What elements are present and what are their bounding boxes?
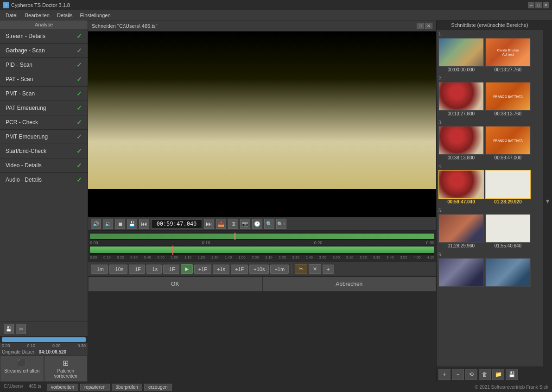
sidebar-item-pmt-erneuerung[interactable]: PMT Erneuerung ✓ (0, 130, 88, 144)
cut-window-restore-btn[interactable]: □ (417, 23, 424, 29)
cut-thumb-6-end[interactable] (485, 258, 531, 287)
sidebar-item-start-end-check[interactable]: Start/End-Check ✓ (0, 144, 88, 158)
cut-entry-1: 1. 00:00:00.000 Canta BruméAd text (438, 32, 541, 72)
video-frame (88, 32, 436, 189)
cut-icon-btn[interactable]: ✂ (16, 324, 26, 334)
app-title: Cypheros TS Doctor 3.1.8 (11, 2, 70, 8)
remove-cut-btn[interactable]: − (452, 369, 464, 380)
minus-1m-btn[interactable]: -1m (91, 265, 108, 274)
sidebar-item-pmt-scan[interactable]: PMT - Scan ✓ (0, 87, 88, 101)
refresh-cut-btn[interactable]: ⟲ (465, 369, 477, 380)
cut-thumb-6-start[interactable] (438, 258, 484, 287)
menu-einstellungen[interactable]: Einstellungen (76, 12, 114, 19)
menu-bearbeiten[interactable]: Bearbeiten (21, 12, 53, 19)
menu-details[interactable]: Details (53, 12, 76, 19)
check-pmt-erneuerung: ✓ (76, 133, 82, 140)
cut-thumb-3-end[interactable]: FRANCO BATTIATA (485, 126, 531, 155)
separator (292, 265, 292, 274)
cut-thumb-2-end[interactable]: FRANCO BATTIATA (485, 82, 531, 111)
close-button[interactable]: ✕ (543, 2, 549, 8)
minus-1s-btn[interactable]: -1s (146, 265, 162, 274)
clock-btn[interactable]: 🕐 (252, 219, 262, 229)
stop-btn[interactable]: ◼ (115, 219, 125, 229)
minus-10s-btn[interactable]: -10s (109, 265, 127, 274)
cut-list[interactable]: 1. 00:00:00.000 Canta BruméAd text (437, 30, 543, 367)
menu-datei[interactable]: Datei (2, 12, 21, 19)
export-btn[interactable]: 📤 (216, 219, 226, 229)
copyright-text: © 2021 Softwarevertrieb Frank Siek (475, 385, 548, 390)
timeline-area[interactable]: 0:00 0:10 0:20 0:30 0:00 0:10 0:20 0 (88, 231, 436, 262)
zoom-in-btn[interactable]: 🔍+ (276, 219, 286, 229)
ok-cancel-row: OK Abbrechen (88, 276, 436, 291)
plus-1f-btn[interactable]: +1F (231, 265, 248, 274)
cut-thumb-4-start[interactable] (438, 170, 484, 199)
app-icon: T (3, 2, 9, 8)
cut-mark-btn[interactable]: ✂ (295, 264, 307, 274)
sidebar-item-video-details[interactable]: Video - Details ✓ (0, 158, 88, 173)
streams-erhalten-btn[interactable]: ⬛ Streams erhalten (0, 355, 44, 382)
sidebar-item-garbage-scan[interactable]: Garbage - Scan ✓ (0, 44, 88, 58)
sidebar-item-pcr-check[interactable]: PCR - Check ✓ (0, 115, 88, 130)
check-pat-scan: ✓ (76, 76, 82, 83)
vorbereiten-btn[interactable]: vorbereiten (47, 384, 78, 391)
sidebar-item-pat-scan[interactable]: PAT - Scan ✓ (0, 72, 88, 87)
cut-thumb-4-end[interactable] (485, 170, 531, 199)
check-audio-details: ✓ (76, 176, 82, 183)
plus-10s-btn[interactable]: +10s (249, 265, 269, 274)
title-bar: T Cypheros TS Doctor 3.1.8 ─ □ ✕ (0, 0, 552, 10)
ok-button[interactable]: OK (88, 277, 262, 291)
plus-1s-btn[interactable]: +1s (213, 265, 229, 274)
check-video-details: ✓ (76, 162, 82, 169)
camera-btn[interactable]: 📷 (240, 219, 250, 229)
edit-buttons-bar: -1m -10s -1F -1s -1F ▶ +1F +1s +1F +10s … (88, 262, 436, 276)
waveform-area (88, 189, 436, 217)
save-icon-btn[interactable]: 💾 (4, 324, 14, 334)
maximize-button[interactable]: □ (535, 2, 542, 8)
plus-1m-btn[interactable]: +1m (270, 265, 289, 274)
minimize-button[interactable]: ─ (528, 2, 534, 8)
volume-low-btn[interactable]: 🔉 (103, 219, 113, 229)
delete-cut-btn[interactable]: 🗑 (479, 369, 491, 380)
cancel-button[interactable]: Abbrechen (262, 277, 437, 291)
cut-thumb-1-end[interactable]: Canta BruméAd text (485, 38, 531, 67)
sidebar-item-pat-erneuerung[interactable]: PAT Erneuerung ✓ (0, 101, 88, 115)
add-mark-btn[interactable]: + (323, 265, 334, 274)
check-start-end-check: ✓ (76, 147, 82, 155)
progress-container (0, 336, 88, 343)
cut-thumb-2-start[interactable] (438, 82, 484, 111)
patchen-icon: ⊞ (46, 359, 86, 367)
status-file: 465.ts (29, 384, 41, 391)
save-cut-btn[interactable]: 💾 (506, 369, 518, 380)
delete-mark-btn[interactable]: ✕ (309, 264, 321, 274)
right-edge-icon[interactable]: ▶ (545, 199, 550, 203)
cut-thumb-5-start[interactable] (438, 214, 484, 243)
cut-entry-3: 3. 00:38:13.800 FRANCO BATTIATA (438, 120, 541, 160)
skip-end-btn[interactable]: ⏭ (204, 219, 214, 229)
cut-thumb-5-end[interactable] (485, 214, 531, 243)
cut-thumb-1-start[interactable] (438, 38, 484, 67)
zoom-out-btn[interactable]: 🔍 (264, 219, 274, 229)
minus-1frame-btn[interactable]: -1F (163, 265, 179, 274)
cut-thumb-3-start[interactable] (438, 126, 484, 155)
cut-window-close-btn[interactable]: ✕ (425, 23, 432, 29)
grid-btn[interactable]: ⊞ (228, 219, 238, 229)
right-panel-header: Schnittliste (erwünschte Bereiche) (437, 20, 543, 30)
timecode-display: 00:59:47.040 (151, 219, 202, 228)
patchen-vorbereiten-btn[interactable]: ⊞ Patchen vorbereiten (44, 355, 88, 382)
sidebar-item-audio-details[interactable]: Audio - Details ✓ (0, 173, 88, 187)
skip-start-btn[interactable]: ⏮ (139, 219, 149, 229)
plus-1frame-btn[interactable]: +1F (194, 265, 211, 274)
sidebar: Analyse Stream - Details ✓ Garbage - Sca… (0, 20, 88, 382)
reparieren-btn[interactable]: reparieren (80, 384, 110, 391)
sidebar-item-stream-details[interactable]: Stream - Details ✓ (0, 29, 88, 44)
ueberpruefen-btn[interactable]: überprüfen (112, 384, 142, 391)
sidebar-item-pid-scan[interactable]: PID - Scan ✓ (0, 58, 88, 72)
folder-cut-btn[interactable]: 📁 (492, 369, 504, 380)
volume-high-btn[interactable]: 🔊 (91, 219, 101, 229)
minus-1f-btn[interactable]: -1F (129, 265, 145, 274)
add-cut-btn[interactable]: + (438, 369, 450, 380)
play-btn[interactable]: ▶ (181, 264, 193, 274)
right-edge-panel: ▶ (543, 20, 552, 382)
erzeugen-btn[interactable]: erzeugen (144, 384, 172, 391)
save-frame-btn[interactable]: 💾 (127, 219, 137, 229)
